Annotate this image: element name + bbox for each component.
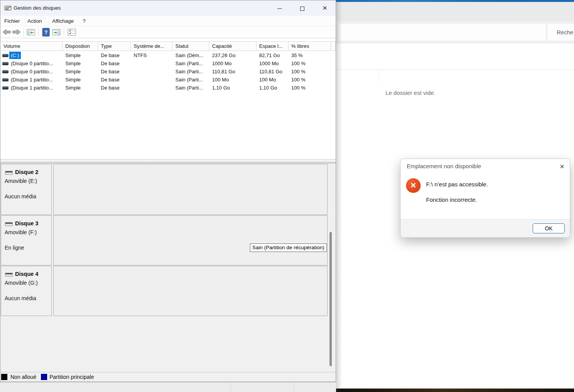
back-icon[interactable] [2,28,11,36]
volume-icon [2,70,8,73]
disk3-region[interactable] [53,215,328,265]
pane-splitter[interactable] [0,159,336,163]
toolbar-separator [64,28,64,36]
strip-separator [294,383,294,392]
volume-name: (Disque 0 partitio... [9,60,54,67]
toolbar: ? [0,27,336,38]
disk-subtitle: Amovible (E:) [5,178,37,184]
partition-tooltip: Sain (Partition de récupération) [250,243,327,252]
close-button[interactable]: ✕ [316,0,334,16]
error-icon: ✕ [406,178,421,193]
window-shadow [336,0,342,392]
disk-status: Aucun média [5,295,36,301]
dialog-message-1: F:\ n’est pas accessible. [426,181,488,188]
dialog-title: Emplacement non disponible [407,163,481,169]
toolbar-separator [24,28,24,36]
legend-primary-partition: Partition principale [49,372,94,382]
vertical-scrollbar-thumb[interactable] [329,232,332,366]
desktop-strip [336,389,574,392]
disk-name: Disque 2 [15,169,38,175]
col-filler [331,41,336,51]
disk2-region[interactable] [53,164,328,215]
explorer-address-band: Reche [336,22,574,43]
table-row[interactable]: (Disque 1 partitio... Simple De base Sai… [1,84,333,92]
forward-icon[interactable] [12,28,21,36]
disk-icon [5,171,13,175]
disk-subtitle: Amovible (F:) [5,229,37,235]
menu-bar: Fichier Action Affichage ? [0,16,336,26]
explorer-ribbon [336,2,574,22]
col-type[interactable]: Type [98,41,131,51]
legend-bar: Non alloué Partition principale [0,372,336,382]
table-row[interactable]: (Disque 1 partitio... Simple De base Sai… [1,76,333,84]
disk4-label-panel[interactable]: Disque 4 Amovible (G:) Aucun média [1,266,52,316]
background-strip [0,382,336,392]
menu-action[interactable]: Action [27,16,42,26]
col-disposition[interactable]: Disposition [63,41,98,51]
graphical-view: Disque 2 Amovible (E:) Aucun média Disqu… [0,163,336,372]
volume-name: (Disque 1 partitio... [9,84,54,91]
table-row[interactable]: (Disque 0 partitio... Simple De base Sai… [1,59,333,68]
volume-icon [2,54,8,57]
volume-name: (Disque 1 partitio... [9,76,54,83]
disk3-label-panel[interactable]: Disque 3 Amovible (F:) En ligne [1,215,52,265]
help-icon[interactable]: ? [42,28,50,37]
volume-icon [2,78,8,81]
col-capacite[interactable]: Capacité [209,41,256,51]
svg-text:?: ? [44,29,48,35]
volume-name: (C:) [9,52,21,59]
ok-button[interactable]: OK [533,223,565,233]
dialog-footer: OK [401,219,570,237]
disk-icon [5,222,13,226]
maximize-button[interactable] [293,0,311,16]
disk-status: Aucun média [5,193,36,199]
menu-fichier[interactable]: Fichier [4,16,20,26]
strip-separator [231,383,231,392]
volume-icon [2,86,8,90]
col-systeme[interactable]: Système de... [131,41,173,51]
title-bar: Gestion des disques ✕ [0,0,336,16]
checklist-icon[interactable] [68,29,76,36]
window-title: Gestion des disques [14,0,61,16]
empty-folder-message: Le dossier est vide. [385,90,435,96]
menu-affichage[interactable]: Affichage [52,16,74,26]
volume-icon [2,62,8,65]
console-tree-icon[interactable] [27,29,35,35]
col-libres[interactable]: % libres [289,41,331,51]
address-bar[interactable] [339,24,546,41]
disk-subtitle: Amovible (G:) [5,280,38,286]
dialog-close-icon[interactable]: ✕ [557,162,567,172]
column-header-divider [336,69,574,70]
primary-partition-swatch [41,374,47,380]
unallocated-swatch [1,374,7,380]
dialog-message-2: Fonction incorrecte. [426,196,477,203]
disk4-region[interactable] [53,266,328,316]
error-dialog: Emplacement non disponible ✕ ✕ F:\ n’est… [400,159,570,237]
table-row[interactable]: (C:) Simple De base NTFS Sain (Dém... 23… [1,51,333,59]
toolbar-separator [38,28,39,36]
col-espace[interactable]: Espace l... [256,41,289,51]
disk-name: Disque 3 [15,220,38,226]
col-statut[interactable]: Statut [173,41,209,51]
disk-status: En ligne [5,245,24,251]
app-icon [4,5,12,11]
column-separator [379,69,379,82]
search-input[interactable]: Reche [548,24,574,41]
minimize-button[interactable] [271,0,289,16]
action-pane-icon[interactable] [52,29,61,35]
disk-name: Disque 4 [15,271,38,277]
volume-list: Volume Disposition Type Système de... St… [1,39,336,159]
disk-management-window: Gestion des disques ✕ Fichier Action Aff… [0,0,336,382]
menu-help[interactable]: ? [83,16,86,26]
volume-name: (Disque 0 partitio... [9,68,54,75]
disk-icon [5,273,13,277]
legend-unallocated: Non alloué [10,372,36,382]
col-volume[interactable]: Volume [1,41,63,51]
table-row[interactable]: (Disque 0 partitio... Simple De base Sai… [1,68,333,76]
disk2-label-panel[interactable]: Disque 2 Amovible (E:) Aucun média [1,164,52,215]
